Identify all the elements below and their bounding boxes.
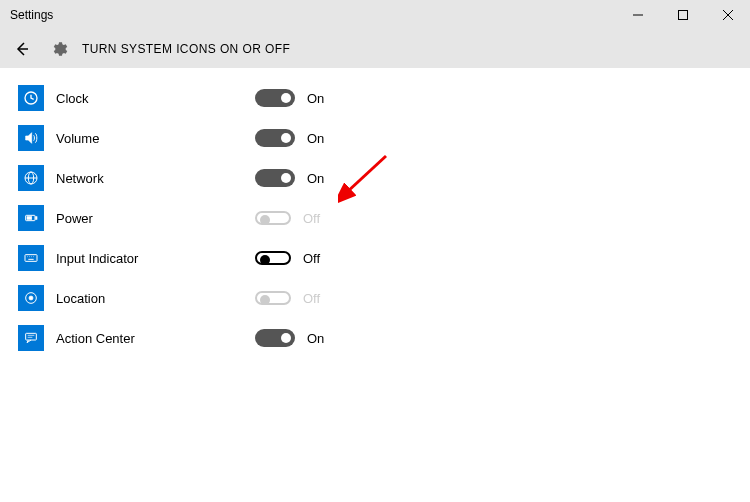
page-title: TURN SYSTEM ICONS ON OR OFF <box>82 42 290 56</box>
icons-list: ClockOnVolumeOnNetworkOnPowerOffInput In… <box>0 68 750 358</box>
toggle-wrap: On <box>255 89 324 107</box>
toggle-state-text: On <box>307 131 324 146</box>
header: TURN SYSTEM ICONS ON OR OFF <box>0 30 750 68</box>
toggle[interactable] <box>255 169 295 187</box>
toggle[interactable] <box>255 89 295 107</box>
toggle-wrap: On <box>255 129 324 147</box>
keyboard-icon <box>18 245 44 271</box>
setting-label: Volume <box>56 131 255 146</box>
toggle <box>255 291 291 305</box>
setting-row: LocationOff <box>18 278 750 318</box>
setting-label: Power <box>56 211 255 226</box>
toggle-state-text: On <box>307 171 324 186</box>
setting-row: Input IndicatorOff <box>18 238 750 278</box>
setting-label: Location <box>56 291 255 306</box>
toggle-state-text: On <box>307 331 324 346</box>
toggle-wrap: On <box>255 169 324 187</box>
svg-point-19 <box>29 296 33 300</box>
toggle-wrap: Off <box>255 291 320 306</box>
setting-label: Network <box>56 171 255 186</box>
setting-label: Clock <box>56 91 255 106</box>
setting-row: Action CenterOn <box>18 318 750 358</box>
svg-rect-11 <box>27 217 32 220</box>
toggle-state-text: On <box>307 91 324 106</box>
toggle[interactable] <box>255 129 295 147</box>
location-icon <box>18 285 44 311</box>
toggle-wrap: Off <box>255 251 320 266</box>
close-button[interactable] <box>705 0 750 30</box>
titlebar: Settings <box>0 0 750 30</box>
window-controls <box>615 0 750 30</box>
setting-row: VolumeOn <box>18 118 750 158</box>
gear-icon <box>48 38 70 60</box>
toggle-state-text: Off <box>303 251 320 266</box>
svg-rect-12 <box>25 255 37 262</box>
svg-rect-1 <box>678 11 687 20</box>
toggle[interactable] <box>255 329 295 347</box>
toggle[interactable] <box>255 251 291 265</box>
network-icon <box>18 165 44 191</box>
setting-row: NetworkOn <box>18 158 750 198</box>
setting-row: PowerOff <box>18 198 750 238</box>
power-icon <box>18 205 44 231</box>
svg-rect-10 <box>36 217 37 220</box>
setting-label: Action Center <box>56 331 255 346</box>
volume-icon <box>18 125 44 151</box>
setting-label: Input Indicator <box>56 251 255 266</box>
clock-icon <box>18 85 44 111</box>
toggle-state-text: Off <box>303 211 320 226</box>
toggle-wrap: On <box>255 329 324 347</box>
setting-row: ClockOn <box>18 78 750 118</box>
action-center-icon <box>18 325 44 351</box>
window-title: Settings <box>10 8 53 22</box>
toggle-state-text: Off <box>303 291 320 306</box>
svg-rect-20 <box>26 333 37 340</box>
toggle <box>255 211 291 225</box>
toggle-wrap: Off <box>255 211 320 226</box>
maximize-button[interactable] <box>660 0 705 30</box>
back-button[interactable] <box>8 35 36 63</box>
minimize-button[interactable] <box>615 0 660 30</box>
